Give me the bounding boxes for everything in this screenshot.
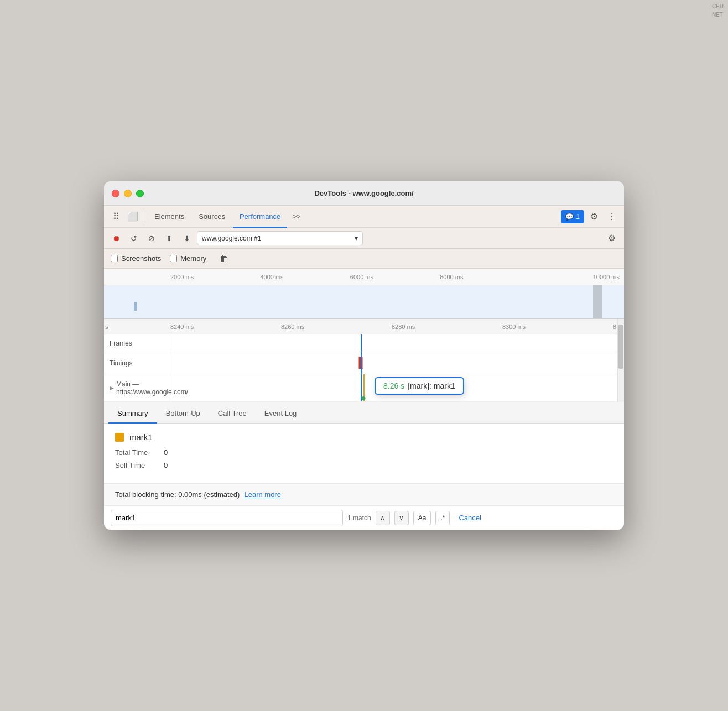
- main-track-content[interactable]: 8.26 s [mark]: mark1: [170, 374, 624, 401]
- blue-vline-timings: [361, 352, 362, 374]
- tab-elements[interactable]: Elements: [148, 206, 191, 228]
- detail-ruler: s 8240 ms 8260 ms 8280 ms 8300 ms 8: [104, 319, 624, 334]
- window-title: DevTools - www.google.com/: [314, 189, 413, 197]
- url-selector[interactable]: www.google.com #1 ▾: [197, 231, 363, 245]
- self-time-value: 0: [164, 461, 168, 469]
- ruler-labels: 2000 ms 4000 ms 6000 ms 8000 ms 10000 ms: [104, 274, 624, 280]
- minimize-button[interactable]: [124, 190, 132, 197]
- detail-8280: 8280 ms: [392, 323, 502, 330]
- clear-button[interactable]: 🗑: [217, 252, 231, 265]
- scrollbar-track[interactable]: [617, 319, 624, 402]
- nav-right: 💬 1 ⚙ ⋮: [561, 209, 620, 224]
- memory-checkbox[interactable]: [170, 255, 177, 262]
- next-result-button[interactable]: ∨: [394, 511, 409, 525]
- devtools-nav: ⠿ ⬜ Elements Sources Performance >> 💬 1 …: [104, 206, 624, 228]
- search-bar: 1 match ∧ ∨ Aa .* Cancel: [104, 505, 624, 530]
- overview-selection: [593, 285, 602, 318]
- settings-icon[interactable]: ⚙: [586, 209, 602, 224]
- traffic-lights: [112, 190, 144, 197]
- total-time-value: 0: [164, 448, 168, 457]
- s-label: s: [105, 323, 108, 330]
- overview-ruler: 2000 ms 4000 ms 6000 ms 8000 ms 10000 ms…: [104, 269, 624, 285]
- prev-result-button[interactable]: ∧: [376, 511, 390, 525]
- detail-timeline-section: s 8240 ms 8260 ms 8280 ms 8300 ms 8 Fram…: [104, 319, 624, 402]
- tab-sources[interactable]: Sources: [192, 206, 232, 228]
- nav-separator: [144, 211, 144, 222]
- overview-chart[interactable]: [104, 285, 624, 318]
- summary-mark-name: mark1: [129, 432, 153, 442]
- notification-button[interactable]: 💬 1: [561, 210, 584, 223]
- performance-toolbar: ⏺ ↺ ⊘ ⬆ ⬇ www.google.com #1 ▾ ⚙: [104, 228, 624, 249]
- blue-timeline-line: [361, 334, 362, 352]
- summary-title: mark1: [115, 432, 613, 442]
- mark-label: [mark]: mark1: [408, 381, 455, 390]
- frames-row: Frames: [104, 334, 624, 352]
- bottom-panel-tabs: Summary Bottom-Up Call Tree Event Log: [104, 402, 624, 424]
- upload-button[interactable]: ⬆: [162, 231, 177, 246]
- mark-time: 8.26 s: [383, 381, 404, 390]
- overview-blip: [134, 302, 137, 311]
- regex-button[interactable]: .*: [435, 511, 450, 525]
- frames-content[interactable]: [170, 334, 624, 352]
- download-button[interactable]: ⬇: [179, 231, 195, 246]
- ruler-8000: 8000 ms: [440, 274, 529, 280]
- tab-bottom-up[interactable]: Bottom-Up: [157, 404, 209, 424]
- detail-8-plus: 8: [613, 323, 616, 330]
- detail-8300: 8300 ms: [502, 323, 613, 330]
- blocking-time-row: Total blocking time: 0.00ms (estimated) …: [104, 483, 624, 505]
- summary-panel: mark1 Total Time 0 Self Time 0: [104, 424, 624, 483]
- memory-label: Memory: [180, 254, 206, 263]
- total-time-label: Total Time: [115, 448, 159, 457]
- tab-event-log[interactable]: Event Log: [256, 404, 306, 424]
- dropdown-arrow-icon: ▾: [355, 234, 358, 242]
- tab-summary[interactable]: Summary: [108, 404, 157, 424]
- mark-tooltip: 8.26 s [mark]: mark1: [375, 377, 464, 395]
- more-tabs-button[interactable]: >>: [288, 209, 305, 224]
- main-track-label: ▶ Main — https://www.google.com/: [104, 374, 170, 401]
- maximize-button[interactable]: [136, 190, 144, 197]
- cursor-icon[interactable]: ⠿: [108, 209, 124, 224]
- scrollbar-thumb[interactable]: [618, 325, 623, 369]
- self-time-label: Self Time: [115, 461, 159, 469]
- url-value: www.google.com #1: [202, 234, 355, 242]
- cancel-search-button[interactable]: Cancel: [454, 511, 485, 524]
- devtools-window: DevTools - www.google.com/ ⠿ ⬜ Elements …: [104, 181, 624, 530]
- timings-row: Timings: [104, 352, 624, 374]
- tab-performance[interactable]: Performance: [233, 206, 287, 228]
- total-time-row: Total Time 0: [115, 448, 613, 457]
- tab-call-tree[interactable]: Call Tree: [209, 404, 256, 424]
- ruler-6000: 6000 ms: [350, 274, 440, 280]
- screenshots-checkbox[interactable]: [111, 255, 118, 262]
- blocking-time-text: Total blocking time: 0.00ms (estimated): [115, 490, 240, 499]
- record-button[interactable]: ⏺: [108, 231, 124, 246]
- stop-button[interactable]: ⊘: [144, 231, 159, 246]
- mark-color-icon: [115, 433, 124, 442]
- capture-settings-button[interactable]: ⚙: [604, 231, 620, 246]
- expand-arrow-icon[interactable]: ▶: [110, 385, 114, 391]
- detail-8260: 8260 ms: [281, 323, 392, 330]
- screenshots-label: Screenshots: [121, 254, 161, 263]
- timings-label: Timings: [104, 352, 170, 374]
- blue-vline-main: [361, 374, 362, 401]
- close-button[interactable]: [112, 190, 119, 197]
- more-options-icon[interactable]: ⋮: [604, 209, 620, 224]
- memory-checkbox-label[interactable]: Memory: [170, 254, 206, 263]
- self-time-row: Self Time 0: [115, 461, 613, 469]
- ruler-2000: 2000 ms: [170, 274, 260, 280]
- overview-timeline: 2000 ms 4000 ms 6000 ms 8000 ms 10000 ms…: [104, 269, 624, 319]
- ruler-10000: 10000 ms: [530, 274, 624, 280]
- device-icon[interactable]: ⬜: [125, 209, 141, 224]
- screenshots-checkbox-label[interactable]: Screenshots: [111, 254, 161, 263]
- match-count: 1 match: [347, 514, 371, 522]
- reload-profile-button[interactable]: ↺: [126, 231, 142, 246]
- title-bar: DevTools - www.google.com/: [104, 181, 624, 206]
- search-input-wrapper: [111, 510, 343, 526]
- timings-content[interactable]: [170, 352, 624, 374]
- frames-label: Frames: [104, 334, 170, 352]
- notification-count: 1: [576, 213, 580, 221]
- search-input[interactable]: [116, 514, 338, 522]
- case-sensitive-button[interactable]: Aa: [413, 511, 431, 525]
- main-row: ▶ Main — https://www.google.com/ 8.26 s …: [104, 374, 624, 402]
- learn-more-link[interactable]: Learn more: [244, 490, 280, 499]
- ruler-4000: 4000 ms: [260, 274, 350, 280]
